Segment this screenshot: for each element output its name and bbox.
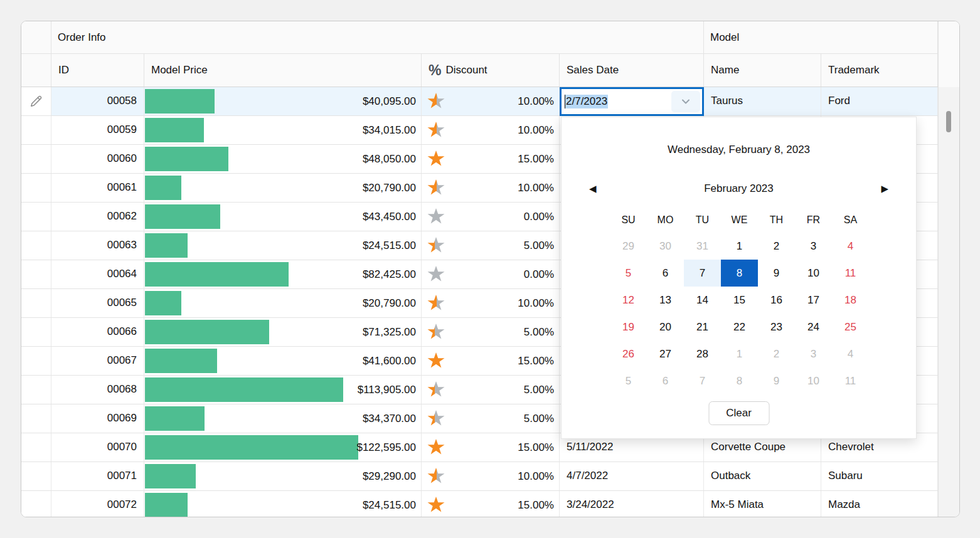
table-row[interactable]: 00058$40,095.0010.00%TaurusFord — [21, 87, 938, 116]
id-cell[interactable]: 00062 — [51, 203, 144, 231]
id-cell[interactable]: 00071 — [51, 462, 144, 490]
id-cell[interactable]: 00068 — [51, 376, 144, 404]
calendar-day-cell[interactable]: 23 — [758, 314, 795, 340]
discount-cell[interactable]: 15.00% — [422, 491, 560, 517]
id-cell[interactable]: 00072 — [51, 491, 144, 517]
id-cell[interactable]: 00070 — [51, 433, 144, 462]
calendar-day-cell[interactable]: 12 — [610, 287, 647, 314]
calendar-day-cell[interactable]: 27 — [647, 340, 684, 367]
calendar-day-cell[interactable]: 2 — [758, 340, 795, 367]
calendar-month-label[interactable]: February 2023 — [704, 182, 774, 194]
calendar-day-cell[interactable]: 5 — [610, 260, 647, 287]
sales-date-cell[interactable]: 4/7/2022 — [560, 462, 704, 490]
discount-cell[interactable]: 5.00% — [422, 404, 560, 433]
calendar-day-cell[interactable]: 3 — [795, 233, 832, 260]
scrollbar-thumb[interactable] — [946, 111, 951, 132]
id-cell[interactable]: 00065 — [51, 289, 144, 317]
calendar-day-cell[interactable]: 10 — [795, 260, 832, 287]
prev-month-button[interactable]: ◀ — [589, 183, 597, 194]
id-cell[interactable]: 00064 — [51, 260, 144, 288]
discount-cell[interactable]: 10.00% — [422, 462, 560, 490]
name-cell[interactable]: Taurus — [704, 87, 821, 115]
discount-cell[interactable]: 15.00% — [422, 145, 560, 173]
calendar-day-cell[interactable]: 7 — [684, 367, 721, 394]
calendar-day-cell[interactable]: 19 — [610, 314, 647, 340]
clear-button[interactable]: Clear — [708, 401, 769, 425]
column-header-name[interactable]: Name — [704, 54, 821, 87]
calendar-day-cell[interactable]: 1 — [721, 340, 758, 367]
model-price-cell[interactable]: $82,425.00 — [144, 260, 422, 288]
calendar-day-cell[interactable]: 26 — [610, 340, 647, 367]
calendar-day-cell[interactable]: 11 — [832, 367, 869, 394]
discount-cell[interactable]: 10.00% — [422, 116, 560, 144]
trademark-cell[interactable]: Mazda — [821, 491, 938, 517]
column-header-id[interactable]: ID — [51, 54, 144, 87]
calendar-day-cell[interactable]: 31 — [684, 233, 721, 260]
calendar-day-cell[interactable]: 21 — [684, 314, 721, 340]
id-cell[interactable]: 00061 — [51, 174, 144, 202]
model-price-cell[interactable]: $40,095.00 — [144, 87, 422, 115]
calendar-day-cell[interactable]: 17 — [795, 287, 832, 314]
column-header-model-price[interactable]: Model Price — [144, 54, 422, 87]
column-header-discount[interactable]: % Discount — [422, 54, 560, 87]
trademark-cell[interactable]: Ford — [821, 87, 938, 115]
id-cell[interactable]: 00066 — [51, 318, 144, 346]
calendar-day-cell[interactable]: 9 — [758, 367, 795, 394]
dropdown-button[interactable] — [671, 91, 700, 112]
id-cell[interactable]: 00058 — [51, 87, 144, 115]
calendar-day-cell[interactable]: 15 — [721, 287, 758, 314]
name-cell[interactable]: Outback — [704, 462, 821, 490]
calendar-day-cell[interactable]: 28 — [684, 340, 721, 367]
model-price-cell[interactable]: $34,015.00 — [144, 116, 422, 144]
calendar-day-cell[interactable]: 14 — [684, 287, 721, 314]
table-row[interactable]: 00072$24,515.0015.00%3/24/2022Mx-5 Miata… — [21, 491, 938, 517]
calendar-day-cell[interactable]: 13 — [647, 287, 684, 314]
sales-date-editor[interactable]: 2/7/2023 — [560, 87, 704, 116]
discount-cell[interactable]: 5.00% — [422, 231, 560, 260]
model-price-cell[interactable]: $122,595.00 — [144, 433, 422, 462]
discount-cell[interactable]: 5.00% — [422, 318, 560, 346]
model-price-cell[interactable]: $34,370.00 — [144, 404, 422, 433]
calendar-day-cell[interactable]: 16 — [758, 287, 795, 314]
band-order-info[interactable]: Order Info — [51, 21, 704, 53]
scrollbar-track[interactable] — [938, 21, 960, 517]
id-cell[interactable]: 00059 — [51, 116, 144, 144]
calendar-day-cell[interactable]: 3 — [795, 340, 832, 367]
calendar-day-cell[interactable]: 18 — [832, 287, 869, 314]
calendar-day-cell[interactable]: 2 — [758, 233, 795, 260]
model-price-cell[interactable]: $20,790.00 — [144, 289, 422, 317]
trademark-cell[interactable]: Subaru — [821, 462, 938, 490]
column-header-trademark[interactable]: Trademark — [821, 54, 938, 87]
id-cell[interactable]: 00063 — [51, 231, 144, 260]
discount-cell[interactable]: 10.00% — [422, 87, 560, 115]
discount-cell[interactable]: 15.00% — [422, 433, 560, 462]
calendar-day-cell[interactable]: 29 — [610, 233, 647, 260]
calendar-day-cell[interactable]: 20 — [647, 314, 684, 340]
calendar-day-cell[interactable]: 25 — [832, 314, 869, 340]
name-cell[interactable]: Mx-5 Miata — [704, 491, 821, 517]
column-header-sales-date[interactable]: Sales Date — [560, 54, 704, 87]
band-model[interactable]: Model — [704, 21, 938, 53]
model-price-cell[interactable]: $41,600.00 — [144, 347, 422, 375]
calendar-day-cell[interactable]: 4 — [832, 233, 869, 260]
next-month-button[interactable]: ▶ — [881, 183, 888, 194]
calendar-day-cell[interactable]: 11 — [832, 260, 869, 287]
model-price-cell[interactable]: $24,515.00 — [144, 231, 422, 260]
model-price-cell[interactable]: $24,515.00 — [144, 491, 422, 517]
sales-date-cell[interactable]: 3/24/2022 — [560, 491, 704, 517]
calendar-day-cell[interactable]: 22 — [721, 314, 758, 340]
model-price-cell[interactable]: $20,790.00 — [144, 174, 422, 202]
table-row[interactable]: 00071$29,290.0010.00%4/7/2022OutbackSuba… — [21, 462, 938, 491]
discount-cell[interactable]: 0.00% — [422, 203, 560, 231]
discount-cell[interactable]: 10.00% — [422, 289, 560, 317]
calendar-day-cell[interactable]: 7 — [684, 260, 721, 287]
calendar-day-cell[interactable]: 30 — [647, 233, 684, 260]
discount-cell[interactable]: 5.00% — [422, 376, 560, 404]
calendar-day-cell[interactable]: 4 — [832, 340, 869, 367]
calendar-day-cell[interactable]: 6 — [647, 367, 684, 394]
model-price-cell[interactable]: $29,290.00 — [144, 462, 422, 490]
model-price-cell[interactable]: $113,905.00 — [144, 376, 422, 404]
calendar-day-cell[interactable]: 9 — [758, 260, 795, 287]
discount-cell[interactable]: 15.00% — [422, 347, 560, 375]
calendar-day-cell[interactable]: 6 — [647, 260, 684, 287]
